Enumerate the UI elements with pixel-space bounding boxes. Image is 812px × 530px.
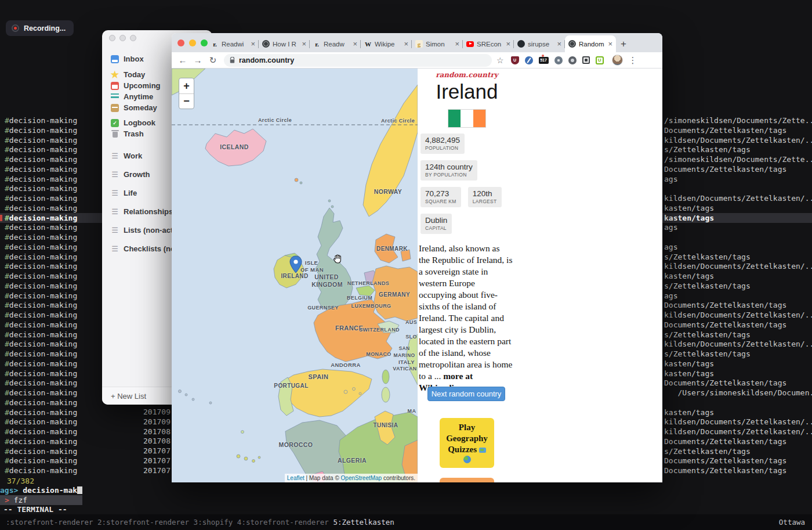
fzf-prompt-label: ags>	[0, 486, 18, 495]
things-zoom-button[interactable]	[130, 35, 136, 41]
terminal-left-line: #decision-making	[5, 272, 77, 282]
area-icon: ☰	[111, 152, 119, 160]
area-icon: ☰	[111, 207, 119, 215]
terminal-path-line: kasten/tags	[664, 369, 812, 379]
cal-icon	[111, 82, 119, 90]
tmux-status-right: Ottawa	[779, 514, 805, 530]
tab-counter-extension-icon[interactable]: 517	[539, 57, 549, 64]
browser-tabs: r.Readwi×How I R×r.Readw×WWikipe×gSimon×…	[208, 33, 626, 52]
terminal-left-line: #decision-making	[5, 320, 77, 330]
shield-extension-icon[interactable]: U	[511, 56, 519, 64]
terminal-path-line: kasten/tags	[664, 408, 812, 418]
tab-close-icon[interactable]: ×	[251, 39, 255, 48]
sidebar-item-label: Upcoming	[124, 81, 161, 90]
tab-label: SREcon	[477, 41, 503, 48]
stat-square-km: 70,273SQUARE KM	[420, 187, 461, 207]
green-extension-icon[interactable]: U	[596, 56, 604, 64]
browser-minimize-button[interactable]	[189, 39, 196, 46]
site-logo[interactable]: random.country	[418, 71, 516, 79]
quiz-ad-box[interactable]: Play Geography Quizzes	[440, 418, 494, 468]
map-attribution: Leaflet | Map data © OpenStreetMap contr…	[285, 474, 418, 482]
things-traffic-lights[interactable]	[109, 35, 136, 41]
privacy-extension-icon[interactable]	[554, 56, 563, 64]
back-button[interactable]: ←	[175, 55, 190, 65]
map-label-denmark: DENMARK	[376, 246, 408, 252]
readwise-favicon: r.	[313, 40, 321, 48]
leaflet-map[interactable]: Arctic CircleArctic CircleICELANDNORWAYD…	[172, 68, 418, 482]
reload-button[interactable]: ↻	[205, 55, 220, 66]
tmux-window-list[interactable]: :storefront-renderer 2:storefront-render…	[6, 514, 394, 530]
terminal-left-line: #decision-making	[5, 165, 77, 175]
terminal-left-line: #decision-making	[5, 253, 77, 262]
zoom-in-button[interactable]: +	[179, 78, 194, 93]
chrome-menu-icon[interactable]: ⋮	[629, 55, 637, 66]
round-extension-icon[interactable]	[568, 56, 577, 64]
bookmark-star-icon[interactable]: ☆	[496, 56, 504, 65]
terminal-left-line: #decision-making	[5, 408, 77, 418]
tab-readwi[interactable]: r.Readwi×	[208, 35, 259, 52]
stat-largest: 120thLARGEST	[468, 187, 502, 207]
inbox-icon	[111, 55, 119, 63]
tab-label: Wikipe	[375, 41, 401, 48]
trash-icon	[113, 132, 118, 138]
terminal-path-line: /simoneskildsen/Documents/Zette..	[664, 155, 812, 165]
leaflet-link[interactable]: Leaflet	[287, 475, 304, 481]
stat-value: 120th	[473, 189, 497, 198]
browser-traffic-lights[interactable]	[177, 39, 208, 46]
tab-srecon[interactable]: SREcon×	[463, 35, 514, 52]
next-random-country-button[interactable]: Next random country	[427, 387, 505, 401]
sidebar-item-label: Logbook	[124, 118, 155, 127]
tab-close-icon[interactable]: ×	[353, 39, 357, 48]
new-tab-button[interactable]: +	[621, 38, 626, 50]
tab-random[interactable]: Random×	[565, 35, 616, 52]
sidebar-item-label: Someday	[124, 103, 157, 112]
fzf-prompt-line[interactable]: ags> decision-mak	[0, 485, 82, 495]
browser-zoom-button[interactable]	[201, 39, 208, 46]
zoom-out-button[interactable]: −	[179, 93, 194, 109]
tab-wikipe[interactable]: WWikipe×	[361, 35, 412, 52]
terminal-left-line: #decision-making	[5, 378, 77, 388]
terminal-path-line: kildsen/Documents/Zettelkasten/..	[664, 262, 812, 272]
terminal-path-line	[664, 184, 812, 194]
terminal-left-line: #decision-making	[5, 282, 77, 291]
map-label-slo: SLO	[405, 334, 417, 340]
terminal-left-line: #decision-making	[5, 175, 77, 185]
check-icon: ✓	[111, 119, 119, 127]
tab-label: Readw	[324, 41, 350, 48]
screenshot-extension-icon[interactable]	[582, 56, 590, 64]
map-label-tunisia: TUNISIA	[374, 422, 398, 428]
browser-close-button[interactable]	[177, 39, 184, 46]
openstreetmap-link[interactable]: OpenStreetMap	[341, 475, 382, 481]
terminal-left-line: #decision-making	[5, 223, 77, 233]
tab-close-icon[interactable]: ×	[404, 39, 408, 48]
things-minimize-button[interactable]	[119, 35, 126, 41]
tab-close-icon[interactable]: ×	[557, 39, 561, 48]
forward-button[interactable]: →	[190, 55, 205, 65]
address-bar[interactable]: random.country	[224, 54, 492, 67]
vim-mode-indicator: -- TERMINAL --	[3, 505, 67, 514]
tab-how-i-r[interactable]: How I R×	[259, 35, 310, 52]
tab-close-icon[interactable]: ×	[455, 39, 459, 48]
flag-stripe-white	[461, 110, 473, 127]
tab-label: How I R	[273, 41, 299, 48]
recording-badge[interactable]: Recording...	[6, 20, 74, 36]
sidebar-item-label: Work	[124, 152, 142, 160]
tab-label: sirupse	[528, 41, 554, 48]
flag-stripe-green	[448, 110, 461, 127]
secure-lock-icon	[230, 57, 235, 63]
tab-close-icon[interactable]: ×	[506, 39, 510, 48]
profile-avatar[interactable]	[612, 55, 623, 66]
things-close-button[interactable]	[109, 35, 115, 41]
blue-circle-extension-icon[interactable]	[525, 56, 533, 64]
tab-readw[interactable]: r.Readw×	[310, 35, 361, 52]
tab-close-icon[interactable]: ×	[608, 39, 612, 48]
terminal-path-line: s/Zettelkasten/tags	[664, 145, 812, 155]
tab-simon[interactable]: gSimon×	[412, 35, 463, 52]
map-marker-pin[interactable]	[289, 255, 303, 276]
terminal-left-line: #decision-making	[5, 398, 77, 408]
map-label-algeria: ALGERIA	[338, 457, 367, 464]
terminal-left-line: #decision-making	[5, 301, 77, 311]
terminal-number-line: 201709	[137, 417, 171, 427]
tab-close-icon[interactable]: ×	[302, 39, 306, 48]
tab-sirupse[interactable]: sirupse×	[514, 35, 565, 52]
